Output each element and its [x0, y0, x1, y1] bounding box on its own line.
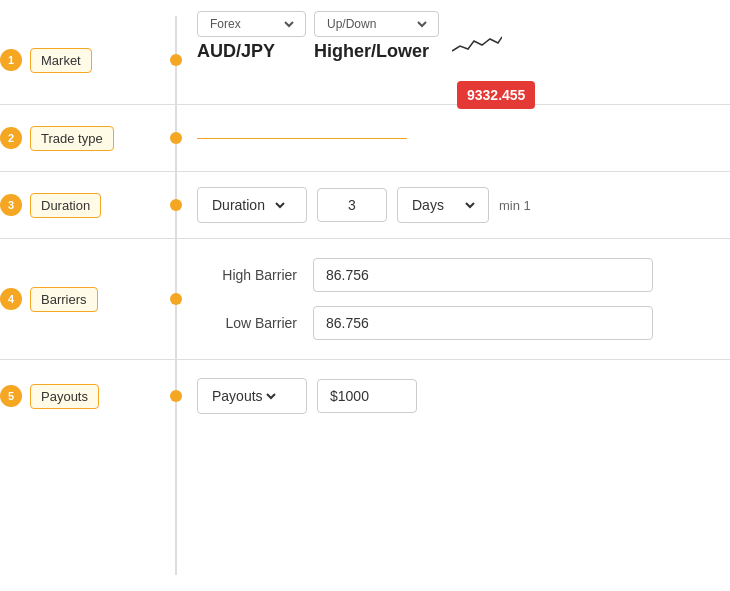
high-barrier-label: High Barrier	[197, 267, 297, 283]
step-label-market[interactable]: Market	[30, 48, 92, 73]
duration-unit-dropdown[interactable]: Days Hours Minutes Ticks	[408, 196, 478, 214]
low-barrier-row: Low Barrier	[197, 306, 710, 340]
step-market: 1 Market	[0, 16, 175, 104]
high-barrier-input[interactable]	[313, 258, 653, 292]
step-label-payouts[interactable]: Payouts	[30, 384, 99, 409]
trade-type-line	[197, 138, 407, 139]
trade-type-section	[177, 105, 730, 171]
step-label-barriers[interactable]: Barriers	[30, 287, 98, 312]
market-subtype-label: Higher/Lower	[314, 41, 439, 62]
step-label-duration[interactable]: Duration	[30, 193, 101, 218]
step-barriers: 4 Barriers	[0, 239, 175, 359]
payouts-controls: Payouts Stake	[197, 378, 417, 414]
step-duration: 3 Duration	[0, 172, 175, 238]
payouts-type-select[interactable]: Payouts Stake	[197, 378, 307, 414]
duration-min-label: min 1	[499, 198, 531, 213]
payouts-type-dropdown[interactable]: Payouts Stake	[208, 387, 279, 405]
duration-type-dropdown[interactable]: Duration End Time	[208, 196, 288, 214]
market-category-select[interactable]: Forex Indices Commodities Stocks	[197, 11, 306, 37]
content-area: Forex Indices Commodities Stocks AUD/JPY…	[175, 16, 730, 575]
price-area: 9332.455	[447, 11, 535, 109]
mini-chart-icon	[452, 31, 502, 61]
steps-sidebar: 1 Market 2 Trade type 3 Duration 4 Barri…	[0, 16, 175, 575]
low-barrier-input[interactable]	[313, 306, 653, 340]
step-badge-5: 5	[0, 385, 22, 407]
payouts-amount-input[interactable]	[317, 379, 417, 413]
duration-connector-dot	[170, 199, 182, 211]
step-payouts: 5 Payouts	[0, 360, 175, 432]
trade-connector-dot	[170, 132, 182, 144]
duration-unit-select[interactable]: Days Hours Minutes Ticks	[397, 187, 489, 223]
barriers-section: High Barrier Low Barrier	[177, 239, 730, 359]
barriers-connector-dot	[170, 293, 182, 305]
market-tradetype-select[interactable]: Up/Down Touch/No Touch In/Out	[314, 11, 439, 37]
payouts-connector-dot	[170, 390, 182, 402]
duration-value-input[interactable]	[317, 188, 387, 222]
step-trade-type: 2 Trade type	[0, 105, 175, 171]
market-category-group: Forex Indices Commodities Stocks AUD/JPY	[197, 11, 306, 62]
market-instrument-label: AUD/JPY	[197, 41, 306, 62]
step-badge-3: 3	[0, 194, 22, 216]
market-tradetype-group: Up/Down Touch/No Touch In/Out Higher/Low…	[314, 11, 439, 62]
market-controls: Forex Indices Commodities Stocks AUD/JPY…	[197, 11, 535, 109]
main-layout: 1 Market 2 Trade type 3 Duration 4 Barri…	[0, 0, 730, 591]
duration-type-select[interactable]: Duration End Time	[197, 187, 307, 223]
step-badge-1: 1	[0, 49, 22, 71]
market-tradetype-dropdown[interactable]: Up/Down Touch/No Touch In/Out	[323, 16, 430, 32]
payouts-section: Payouts Stake	[177, 360, 730, 432]
barriers-controls: High Barrier Low Barrier	[197, 258, 710, 340]
low-barrier-label: Low Barrier	[197, 315, 297, 331]
market-category-dropdown[interactable]: Forex Indices Commodities Stocks	[206, 16, 297, 32]
duration-section: Duration End Time Days Hours Minutes Tic…	[177, 172, 730, 238]
step-badge-2: 2	[0, 127, 22, 149]
high-barrier-row: High Barrier	[197, 258, 710, 292]
market-connector-dot	[170, 54, 182, 66]
market-section: Forex Indices Commodities Stocks AUD/JPY…	[177, 16, 730, 104]
duration-controls: Duration End Time Days Hours Minutes Tic…	[197, 187, 531, 223]
step-label-trade-type[interactable]: Trade type	[30, 126, 114, 151]
step-badge-4: 4	[0, 288, 22, 310]
